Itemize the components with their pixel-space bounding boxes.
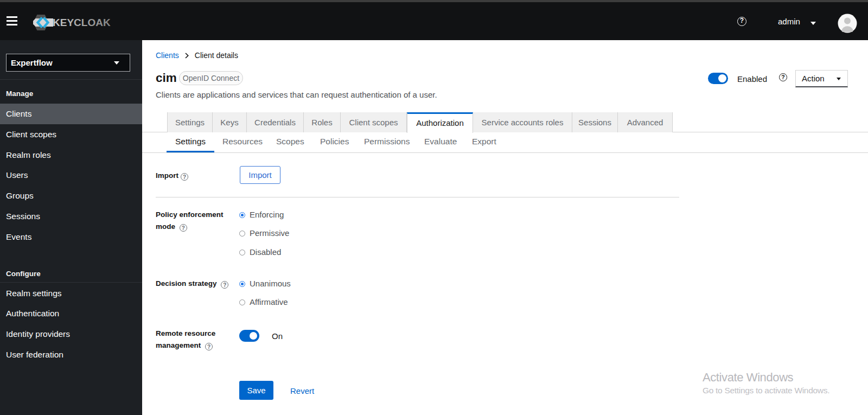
svg-text:KEYCLOAK: KEYCLOAK [53, 17, 111, 28]
